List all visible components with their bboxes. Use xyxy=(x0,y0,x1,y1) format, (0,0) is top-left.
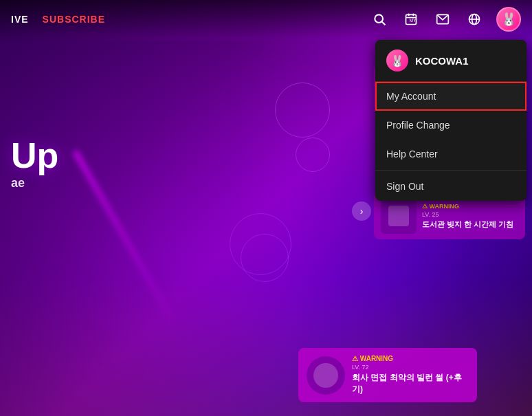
mail-icon[interactable] xyxy=(433,10,452,29)
card-2-info: ⚠ WARNING LV. 25 도서관 빚지 한 시간제 기침 xyxy=(422,203,518,230)
warning-card-thumbnail xyxy=(307,356,345,395)
svg-rect-13 xyxy=(313,363,338,388)
svg-text:MY: MY xyxy=(410,18,417,23)
dropdown-avatar-emoji: 🐰 xyxy=(390,54,404,67)
help-center-label: Help Center xyxy=(386,149,438,160)
svg-point-0 xyxy=(375,14,383,23)
dropdown-header: 🐰 KOCOWA1 xyxy=(375,40,527,82)
hero-big-text: Up xyxy=(11,138,58,173)
dropdown-username: KOCOWA1 xyxy=(415,55,469,67)
card-2-title: 도서관 빚지 한 시간제 기침 xyxy=(422,219,518,230)
my-account-label: My Account xyxy=(386,91,436,102)
hero-person xyxy=(0,41,289,416)
profile-change-label: Profile Change xyxy=(386,120,450,131)
sign-out-label: Sign Out xyxy=(386,181,423,192)
hero-sub-text: ae xyxy=(11,176,58,190)
search-icon[interactable] xyxy=(370,10,389,29)
globe-icon[interactable] xyxy=(465,10,484,29)
nav-subscribe-button[interactable]: SUBSCRIBE xyxy=(43,14,105,25)
next-chevron-button[interactable]: › xyxy=(352,201,371,221)
dropdown-avatar: 🐰 xyxy=(386,50,408,72)
nav-right: MY 🐰 xyxy=(370,7,521,32)
warning-card-tag: ⚠ WARNING xyxy=(352,355,469,362)
help-center-menu-item[interactable]: Help Center xyxy=(375,140,527,168)
user-dropdown-menu: 🐰 KOCOWA1 My Account Profile Change Help… xyxy=(375,40,527,201)
card-2-lv: LV. 25 xyxy=(422,211,518,218)
svg-line-1 xyxy=(382,21,386,25)
card-2-thumbnail xyxy=(381,198,417,234)
dropdown-divider xyxy=(375,170,527,171)
hero-text-block: Up ae xyxy=(11,138,58,190)
nav-left: IVE SUBSCRIBE xyxy=(11,14,105,25)
avatar-emoji: 🐰 xyxy=(501,12,516,27)
card-2-tag: ⚠ WARNING xyxy=(422,203,518,210)
my-account-menu-item[interactable]: My Account xyxy=(375,82,527,111)
profile-change-menu-item[interactable]: Profile Change xyxy=(375,111,527,140)
sign-out-menu-item[interactable]: Sign Out xyxy=(375,172,527,201)
warning-card-title: 회사 면접 최악의 빌런 썰 (+후기) xyxy=(352,372,469,395)
svg-rect-12 xyxy=(388,206,409,226)
nav-live-label: IVE xyxy=(11,14,29,25)
warning-content-card[interactable]: ⚠ WARNING LV. 72 회사 면접 최악의 빌런 썰 (+후기) xyxy=(298,348,477,402)
user-avatar-button[interactable]: 🐰 xyxy=(496,7,521,32)
warning-card-info: ⚠ WARNING LV. 72 회사 면접 최악의 빌런 썰 (+후기) xyxy=(352,355,469,395)
warning-card-lv: LV. 72 xyxy=(352,364,469,371)
navbar: IVE SUBSCRIBE MY xyxy=(0,0,532,38)
calendar-icon[interactable]: MY xyxy=(401,10,421,29)
